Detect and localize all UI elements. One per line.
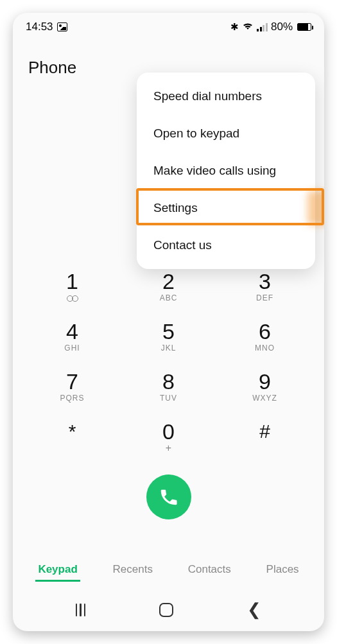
phone-icon (159, 487, 179, 507)
key-9-sub: WXYZ (239, 394, 291, 403)
battery-pct: 80% (271, 21, 293, 33)
key-star[interactable]: * (47, 421, 98, 454)
key-7[interactable]: 7 PQRS (47, 370, 98, 403)
key-0-digit: 0 (143, 421, 194, 442)
key-hash[interactable]: # (239, 421, 291, 454)
key-star-digit: * (47, 421, 98, 442)
key-0-sub: + (143, 442, 194, 454)
call-button[interactable] (146, 474, 191, 519)
key-1[interactable]: 1 (47, 270, 98, 302)
key-4-sub: GHI (47, 344, 98, 352)
key-0[interactable]: 0 + (143, 421, 194, 454)
phone-frame: 14:53 ✱ 80% Phone Speed dial numbers Ope… (13, 13, 324, 631)
menu-item-settings-label: Settings (153, 201, 198, 214)
bottom-tabs: Keypad Recents Contacts Places (13, 541, 324, 589)
bluetooth-icon: ✱ (230, 21, 239, 33)
key-4[interactable]: 4 GHI (47, 320, 98, 352)
key-5-digit: 5 (143, 320, 194, 342)
menu-item-speed-dial[interactable]: Speed dial numbers (137, 78, 315, 115)
key-3-sub: DEF (239, 293, 291, 302)
menu-item-video-calls[interactable]: Make video calls using (137, 152, 315, 189)
status-time: 14:53 (26, 21, 53, 33)
overflow-menu: Speed dial numbers Open to keypad Make v… (137, 73, 315, 269)
tab-recents[interactable]: Recents (110, 559, 155, 582)
key-9[interactable]: 9 WXYZ (239, 370, 291, 403)
key-8-sub: TUV (143, 394, 194, 403)
tab-keypad[interactable]: Keypad (35, 559, 80, 582)
key-hash-digit: # (239, 421, 291, 442)
content-area: Speed dial numbers Open to keypad Make v… (13, 84, 324, 541)
menu-item-settings[interactable]: Settings (137, 189, 315, 227)
nav-home-button[interactable] (159, 603, 173, 617)
key-7-digit: 7 (47, 370, 98, 392)
key-3-digit: 3 (239, 270, 291, 292)
key-8[interactable]: 8 TUV (143, 370, 194, 403)
highlight-glow (307, 191, 324, 225)
gallery-icon (57, 22, 67, 31)
nav-recents-button[interactable] (76, 604, 86, 616)
wifi-icon (242, 21, 254, 33)
keypad: 1 2 ABC 3 DEF 4 GHI 5 J (13, 270, 324, 519)
voicemail-icon (47, 293, 98, 302)
menu-item-contact-us[interactable]: Contact us (137, 227, 315, 264)
key-5[interactable]: 5 JKL (143, 320, 194, 352)
key-9-digit: 9 (239, 370, 291, 392)
menu-item-open-keypad[interactable]: Open to keypad (137, 115, 315, 152)
signal-icon (257, 22, 268, 31)
key-3[interactable]: 3 DEF (239, 270, 291, 302)
key-8-digit: 8 (143, 370, 194, 392)
battery-icon (297, 23, 311, 31)
key-2-sub: ABC (143, 293, 194, 302)
system-nav-bar: ❮ (13, 589, 324, 631)
key-2[interactable]: 2 ABC (143, 270, 194, 302)
key-6-digit: 6 (239, 320, 291, 342)
key-4-digit: 4 (47, 320, 98, 342)
key-6[interactable]: 6 MNO (239, 320, 291, 352)
key-6-sub: MNO (239, 344, 291, 352)
key-5-sub: JKL (143, 344, 194, 352)
key-7-sub: PQRS (47, 394, 98, 403)
key-2-digit: 2 (143, 270, 194, 292)
status-bar: 14:53 ✱ 80% (13, 13, 324, 41)
nav-back-button[interactable]: ❮ (247, 600, 261, 620)
key-1-digit: 1 (47, 270, 98, 292)
tab-places[interactable]: Places (264, 559, 302, 582)
tab-contacts[interactable]: Contacts (186, 559, 234, 582)
